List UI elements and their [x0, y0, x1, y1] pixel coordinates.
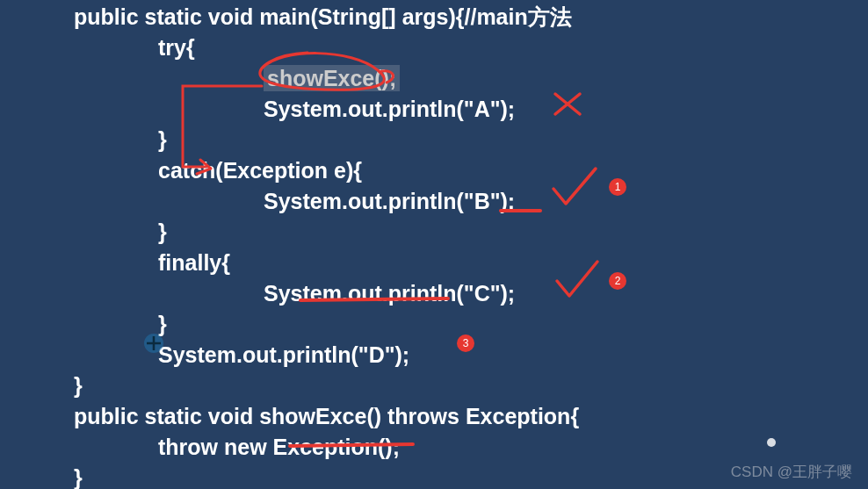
code-line-5: } [0, 125, 868, 155]
nav-dot-icon [767, 438, 776, 447]
code-line-15: throw new Exception(); [0, 432, 868, 463]
code-line-7: System.out.println("B"); [0, 186, 868, 217]
code-line-2: try{ [0, 32, 868, 63]
code-line-12: System.out.println("D"); [0, 340, 868, 370]
code-text: } [74, 373, 83, 398]
code-line-6: catch(Exception e){ [0, 155, 868, 186]
code-text: public static void main(String[] args){ [74, 4, 465, 29]
watermark-text: CSDN @王胖子嘤 [731, 462, 852, 482]
code-text: public static void showExce() throws Exc… [74, 404, 579, 428]
code-text: } [158, 219, 167, 244]
code-line-1: public static void main(String[] args){/… [0, 2, 868, 32]
highlighted-call: showExce(); [264, 65, 400, 91]
code-text: } [158, 127, 167, 152]
code-line-9: finally{ [0, 248, 868, 278]
code-text: System.out.println("D"); [158, 342, 409, 367]
code-text: System.out.println("A"); [264, 97, 515, 121]
badge-2: 2 [609, 272, 626, 290]
code-text: } [74, 465, 83, 489]
code-line-10: System.out.println("C"); [0, 278, 868, 309]
code-line-13: } [0, 370, 868, 401]
code-text: throw new Exception(); [158, 435, 400, 459]
code-line-3: showExce(); [0, 63, 868, 94]
code-text: catch(Exception e){ [158, 158, 362, 183]
badge-1: 1 [609, 178, 626, 196]
code-line-14: public static void showExce() throws Exc… [0, 401, 868, 432]
badge-3: 3 [457, 334, 474, 352]
code-line-11: } [0, 309, 868, 340]
code-line-8: } [0, 217, 868, 248]
code-text: System.out.println("B"); [264, 189, 515, 213]
cursor-crosshair-icon [142, 332, 165, 355]
code-text: System.out.println("C"); [264, 281, 515, 306]
code-line-4: System.out.println("A"); [0, 94, 868, 125]
code-text: finally{ [158, 250, 230, 275]
code-text: try{ [158, 35, 195, 60]
code-comment: //main方法 [465, 4, 572, 29]
